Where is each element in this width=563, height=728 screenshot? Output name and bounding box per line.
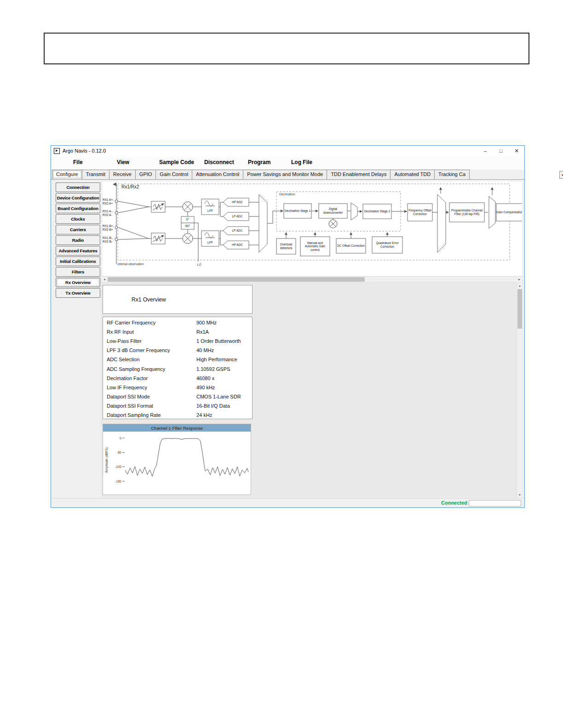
sidebar-item-clocks[interactable]: Clocks <box>56 214 100 224</box>
row-value: 490 kHz <box>196 385 215 390</box>
horizontal-scrollbar[interactable]: ◄ ► <box>101 276 523 283</box>
row-label: Low-Pass Filter <box>107 338 196 344</box>
row-value: CMOS 1-Lane SDR <box>196 394 241 399</box>
input-label-rx1b-plus: RX1 B+, RX2 B+ <box>103 224 116 231</box>
menu-view[interactable]: View <box>117 159 129 165</box>
table-row: Decimation Factor46080 x <box>103 374 252 383</box>
row-label: Low IF Frequency <box>107 385 196 390</box>
tab-tdd-enablement-delays[interactable]: TDD Enablement Delays <box>327 170 391 179</box>
sidebar-item-carriers[interactable]: Carriers <box>56 225 100 234</box>
tab-scroll-left-icon[interactable]: ◄ <box>559 171 563 179</box>
menu-sample-code[interactable]: Sample Code <box>159 159 194 165</box>
vertical-scrollbar[interactable]: ▲ ▼ <box>517 282 523 499</box>
app-icon-glyph: ► <box>55 149 59 153</box>
internal-observation-label: Internal observation <box>117 262 144 266</box>
filter-response-chart: Channel 1 Filter Response Amplitude (dBF… <box>103 424 251 495</box>
row-label: ADC Selection <box>107 357 196 362</box>
tabbar: Configure Transmit Receive GPIO Gain Con… <box>51 170 524 180</box>
tab-power-savings[interactable]: Power Savings and Monitor Mode <box>243 170 327 179</box>
overview-title: Rx1 Overview <box>132 296 166 303</box>
y-tick-100: -100 <box>115 465 121 468</box>
tab-gpio[interactable]: GPIO <box>135 170 156 179</box>
lpf-label: LPF <box>201 240 219 245</box>
app-icon: ► <box>54 148 60 154</box>
mux-block <box>437 194 446 252</box>
titlebar: ► Argo Navis - 0.12.0 – □ ✕ <box>51 146 524 156</box>
sidebar-item-connection[interactable]: Connection <box>56 182 100 192</box>
row-value: 46080 x <box>196 375 214 381</box>
sidebar-item-initial-calibrations[interactable]: Initial Calibrations <box>56 256 100 266</box>
menu-log-file[interactable]: Log File <box>291 159 312 165</box>
sidebar-item-rx-overview[interactable]: Rx Overview <box>56 278 100 287</box>
row-label: Dataport SSI Format <box>107 403 196 409</box>
tab-automated-tdd[interactable]: Automated TDD <box>390 170 435 179</box>
lpf-label: LPF <box>201 208 219 214</box>
phase-0-label: 0° <box>181 216 194 223</box>
menu-program[interactable]: Program <box>248 159 270 165</box>
overview-table: RF Carrier Frequency900 MHz Rx RF InputR… <box>103 317 253 419</box>
table-row: Low-Pass Filter1 Order Butterworth <box>103 336 252 346</box>
statusbar: Connected <box>51 498 524 507</box>
tab-gain-control[interactable]: Gain Control <box>155 170 192 179</box>
mux-block <box>489 196 495 228</box>
row-label: ADC Sampling Frequency <box>107 366 196 372</box>
overview-title-panel: Rx1 Overview <box>103 285 253 314</box>
table-row: Low IF Frequency490 kHz <box>103 383 252 392</box>
decimation-stage2-label: Decimation Stage 2 <box>363 204 391 219</box>
decimation-stage1-label: Decimation Stage 1 <box>284 204 311 218</box>
horizontal-scroll-thumb[interactable] <box>108 277 365 282</box>
hp-adc-label: HP ADC <box>226 241 249 249</box>
sidebar-item-filters[interactable]: Filters <box>56 267 100 277</box>
row-label: LPF 3 dB Corner Frequency <box>107 347 196 353</box>
tab-receive[interactable]: Receive <box>109 170 136 179</box>
sidebar-item-device-configuration[interactable]: Device Configuration <box>56 193 100 203</box>
row-value: 900 MHz <box>196 320 217 325</box>
row-label: Rx RF Input <box>107 329 196 335</box>
row-value: 40 MHz <box>196 347 214 353</box>
row-value: 16-Bit I/Q Data <box>196 403 230 409</box>
mux-block <box>351 203 357 220</box>
table-row: Dataport SSI ModeCMOS 1-Lane SDR <box>103 392 252 401</box>
tab-transmit[interactable]: Transmit <box>82 170 109 179</box>
header-box <box>44 33 529 64</box>
row-value: High Performance <box>196 357 237 362</box>
row-label: Dataport SSI Mode <box>107 394 196 399</box>
hp-adc-label: HP ADC <box>226 199 249 206</box>
horizontal-scroll-track[interactable] <box>108 277 516 282</box>
vertical-scroll-thumb[interactable] <box>517 289 522 329</box>
table-row: ADC Sampling Frequency1.10592 GSPS <box>103 364 252 373</box>
frequency-offset-label: Frequency Offset Correction <box>408 204 432 221</box>
agc-label: Manual and Automatic Gain control <box>300 237 330 256</box>
close-icon[interactable]: ✕ <box>509 146 524 156</box>
diagram-geometry <box>103 182 522 276</box>
tab-configure[interactable]: Configure <box>52 170 82 179</box>
scroll-right-icon[interactable]: ► <box>516 277 523 282</box>
tab-tracking-cals[interactable]: Tracking Ca <box>434 170 470 179</box>
sidebar-item-advanced-features[interactable]: Advanced Features <box>56 246 100 256</box>
scroll-up-icon[interactable]: ▲ <box>517 283 523 289</box>
y-tick-0: 0 <box>120 437 121 440</box>
input-label-rx1a-minus: RX1 A-, RX2 A- <box>103 210 116 216</box>
quadrature-error-label: Quadrature Error Correction <box>372 237 402 253</box>
y-tick-50: -50 <box>117 451 121 454</box>
scroll-left-icon[interactable]: ◄ <box>101 277 108 282</box>
tab-attenuation-control[interactable]: Attenuation Control <box>192 170 243 179</box>
input-label-rx1b-minus: RX1 B-, RX2 B- <box>103 236 116 243</box>
document-page: ► Argo Navis - 0.12.0 – □ ✕ File View Sa… <box>0 0 563 728</box>
diagram-title: Rx1/Rx2 <box>121 184 139 190</box>
scroll-down-icon[interactable]: ▼ <box>517 492 523 498</box>
menu-file[interactable]: File <box>73 159 83 165</box>
menu-disconnect[interactable]: Disconnect <box>204 159 234 165</box>
minimize-icon[interactable]: – <box>477 146 493 156</box>
row-value: 1.10592 GSPS <box>196 366 230 372</box>
decimation-section-label: Decimation <box>279 193 307 196</box>
sidebar-item-radio[interactable]: Radio <box>56 235 100 245</box>
filter-response-plot: Amplitude (dBFS) 0 -50 -100 -150 <box>103 432 251 495</box>
maximize-icon[interactable]: □ <box>493 146 509 156</box>
sidebar-item-board-configuration[interactable]: Board Configuration <box>56 204 100 213</box>
lp-adc-label: LP ADC <box>226 227 249 234</box>
sidebar-item-tx-overview[interactable]: Tx Overview <box>56 288 100 298</box>
digital-downconverter-label: Digital downconverter <box>319 204 347 218</box>
app-window: ► Argo Navis - 0.12.0 – □ ✕ File View Sa… <box>51 145 525 508</box>
window-controls: – □ ✕ <box>477 146 524 156</box>
